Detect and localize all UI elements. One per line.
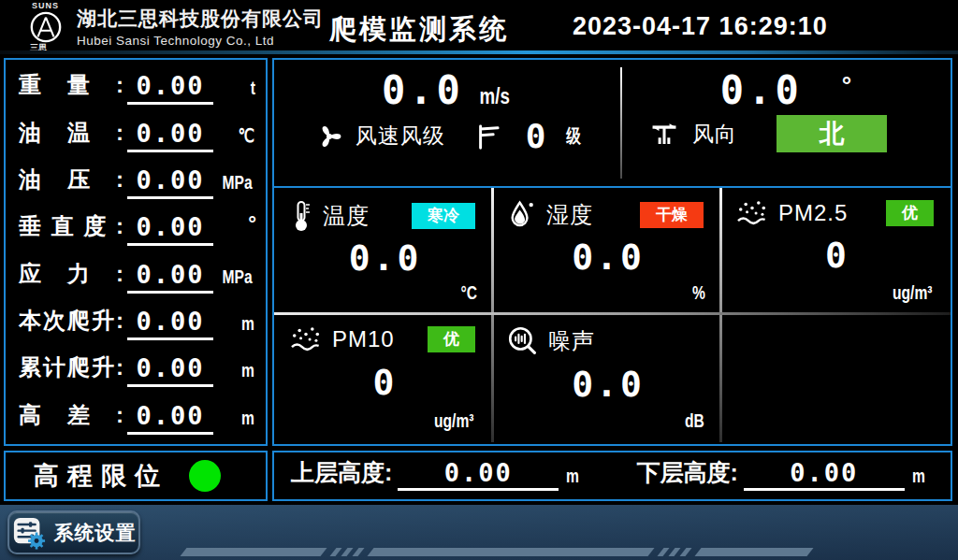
cell-label: PM10 <box>332 326 395 352</box>
upper-height-label: 上层高度: <box>291 457 392 491</box>
decorative-stripe <box>180 548 327 556</box>
metric-unit: MPa <box>222 172 252 194</box>
pm25-status-badge: 优 <box>886 200 934 226</box>
decorative-stripe <box>341 548 353 556</box>
metric-label: 油 压 : <box>19 165 123 199</box>
wind-level-unit: 级 <box>567 123 582 149</box>
wind-speed-label: 风速风级 <box>356 122 445 151</box>
metric-label: 重 量 : <box>19 70 123 105</box>
cell-label: 温度 <box>323 201 370 231</box>
metric-row-total-climb: 累计爬升: 0.00 m <box>19 352 256 387</box>
metric-label: 垂直度: <box>19 211 123 246</box>
elevation-limit-label: 高程限位 <box>34 459 168 493</box>
metric-unit: ℃ <box>238 124 254 147</box>
settings-sliders-gear-icon <box>12 516 46 550</box>
upper-height-unit: m <box>566 466 579 487</box>
metric-value: 0.00 <box>127 117 213 152</box>
datetime-display: 2023-04-17 16:29:10 <box>573 12 828 41</box>
bottom-toolbar: 系统设置 <box>0 505 958 560</box>
header-divider <box>0 50 958 54</box>
noise-unit: dB <box>685 410 704 432</box>
decorative-stripe <box>329 548 341 556</box>
temperature-unit: °C <box>460 282 477 304</box>
metric-row-current-climb: 本次爬升: 0.00 m <box>19 305 256 340</box>
cell-label: 噪声 <box>548 326 595 356</box>
wind-vane-icon <box>647 118 681 150</box>
lower-height-label: 下层高度: <box>637 457 738 491</box>
layer-heights-panel: 上层高度: 0.00 m 下层高度: 0.00 m <box>272 451 952 501</box>
pm25-value: 0 <box>735 227 939 282</box>
metrics-panel: 重 量 : 0.00 t 油 温 : 0.00 ℃ 油 压 : 0.00 MPa… <box>4 58 268 446</box>
metric-value: 0.00 <box>127 305 213 340</box>
humidity-status-badge: 干燥 <box>640 202 704 228</box>
temperature-value: 0.0 <box>289 233 481 282</box>
pm25-unit: ug/m³ <box>893 282 932 304</box>
decorative-stripe <box>694 548 813 556</box>
decorative-stripe <box>367 548 654 556</box>
metric-row-oil-temp: 油 温 : 0.00 ℃ <box>19 117 256 152</box>
decorative-stripe <box>657 548 669 556</box>
cell-label: 湿度 <box>546 200 593 230</box>
wind-direction-block: 0.0 ° 风向 北 <box>621 60 951 186</box>
metric-unit: m <box>241 360 254 381</box>
company-name: 湖北三思科技股份有限公司 Hubei Sansi Technology Co.,… <box>77 6 324 48</box>
wind-speed-block: 0.0 m/s 风速风级 0 级 <box>274 60 621 186</box>
cell-empty <box>720 314 951 442</box>
cell-temperature: 温度 寒冷 0.0 °C <box>274 188 492 314</box>
metric-unit: m <box>241 408 254 429</box>
grid-divider <box>491 188 494 442</box>
cell-pm25: PM2.5 优 0 ug/m³ <box>720 188 951 314</box>
pm10-status-badge: 优 <box>428 326 475 352</box>
wind-speed-value: 0.0 <box>382 67 464 113</box>
wind-direction-value: 0.0 <box>720 67 803 113</box>
wind-section-divider <box>620 67 622 179</box>
water-drop-icon <box>507 199 537 231</box>
pm10-unit: ug/m³ <box>434 410 473 432</box>
noise-icon <box>507 325 539 357</box>
humidity-unit: % <box>692 282 705 304</box>
wind-direction-badge: 北 <box>777 115 887 152</box>
company-logo: SUNS 三思 <box>24 1 73 54</box>
thermometer-icon <box>289 199 313 233</box>
cell-noise: 噪声 0.0 dB <box>492 314 720 442</box>
particles-icon <box>289 325 323 353</box>
elevation-limit-status-indicator <box>189 460 221 492</box>
page-title: 爬模监测系统 <box>329 11 509 49</box>
lower-height-field: 下层高度: 0.00 m <box>631 453 940 499</box>
environment-grid: 温度 寒冷 0.0 °C 湿度 干燥 0.0 % <box>274 188 951 442</box>
metric-label: 高 差 : <box>19 400 123 435</box>
metric-row-verticality: 垂直度: 0.00 ° <box>19 210 256 246</box>
wind-direction-unit: ° <box>842 71 851 100</box>
metric-value: 0.00 <box>127 352 213 387</box>
humidity-value: 0.0 <box>507 231 709 282</box>
environment-panel: 0.0 m/s 风速风级 0 级 <box>272 58 952 446</box>
noise-value: 0.0 <box>507 357 709 410</box>
metric-row-stress: 应 力 : 0.00 MPa <box>19 258 256 294</box>
metric-unit: MPa <box>222 266 252 288</box>
grid-divider <box>719 188 722 442</box>
wind-level-icon <box>473 122 501 151</box>
wind-level-value: 0 <box>526 117 546 155</box>
metric-unit: m <box>241 313 254 335</box>
metric-row-weight: 重 量 : 0.00 t <box>19 69 256 105</box>
cell-label: PM2.5 <box>778 200 848 226</box>
logo-mark-icon <box>28 10 64 44</box>
wind-section: 0.0 m/s 风速风级 0 级 <box>274 60 951 188</box>
metric-label: 累计爬升: <box>19 352 123 387</box>
metric-value: 0.00 <box>127 258 213 294</box>
cell-pm10: PM10 优 0 ug/m³ <box>274 314 492 442</box>
fan-icon <box>312 120 346 153</box>
cell-humidity: 湿度 干燥 0.0 % <box>492 188 720 314</box>
elevation-limit-panel: 高程限位 <box>4 451 268 501</box>
upper-height-field: 上层高度: 0.00 m <box>285 453 594 499</box>
decorative-stripe <box>668 548 680 556</box>
lower-height-unit: m <box>912 466 925 487</box>
system-settings-button[interactable]: 系统设置 <box>7 510 140 554</box>
upper-height-value: 0.00 <box>398 457 559 492</box>
metric-label: 应 力 : <box>19 259 123 294</box>
metric-row-oil-pressure: 油 压 : 0.00 MPa <box>19 164 256 199</box>
metric-value: 0.00 <box>127 164 213 199</box>
company-name-cn: 湖北三思科技股份有限公司 <box>77 6 324 32</box>
metric-label: 本次爬升: <box>19 306 123 340</box>
wind-direction-label: 风向 <box>692 120 737 149</box>
